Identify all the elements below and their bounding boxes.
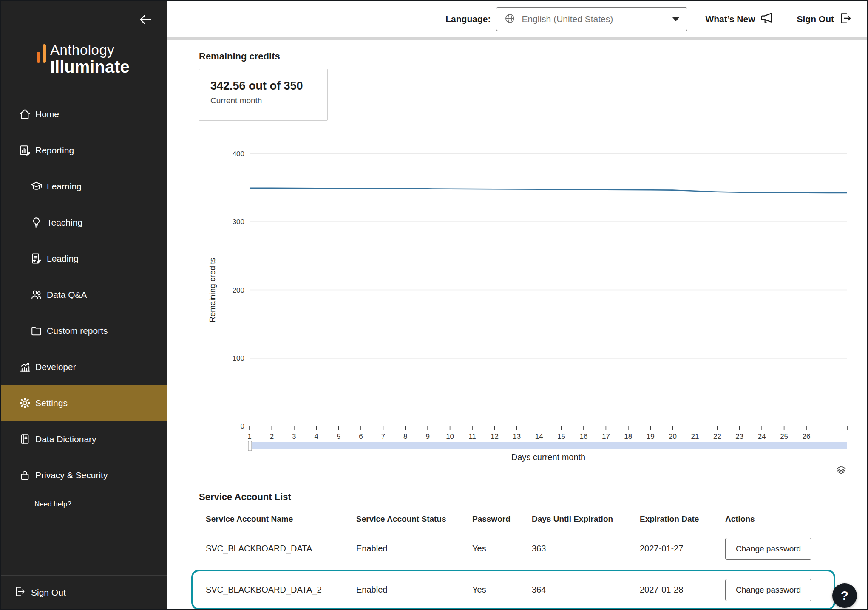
cell-expiration: 2027-01-28 (633, 585, 718, 595)
x-tick-label: 11 (468, 432, 476, 441)
col-days-until-expiration: Days Until Expiration (525, 514, 633, 524)
chevron-down-icon (672, 17, 679, 21)
x-tick-label: 26 (803, 432, 811, 441)
cell-status: Enabled (349, 585, 465, 595)
brand-logo: Anthology Illuminate (37, 42, 130, 76)
sidebar-item-learning[interactable]: Learning (1, 168, 167, 204)
cell-days: 364 (525, 585, 633, 595)
topbar: Language: English (United States) What’s… (167, 1, 867, 40)
sidebar-item-label: Learning (47, 181, 82, 192)
help-button[interactable]: ? (832, 583, 857, 608)
cell-name: SVC_BLACKBOARD_DATA (199, 544, 349, 554)
sidebar-sign-out-label: Sign Out (31, 587, 66, 598)
col-service-account-name: Service Account Name (199, 514, 349, 524)
x-tick-label: 4 (314, 432, 318, 441)
change-password-button[interactable]: Change password (725, 538, 811, 560)
growth-chart-icon (18, 361, 31, 373)
sidebar-item-label: Home (35, 109, 59, 119)
col-password: Password (465, 514, 525, 524)
language-label: Language: (445, 14, 491, 24)
sidebar-item-label: Data Q&A (47, 290, 87, 300)
x-tick-label: 10 (446, 432, 454, 441)
chart-range-handle[interactable] (248, 441, 252, 451)
credits-line-series (250, 188, 847, 193)
x-tick-label: 7 (381, 432, 385, 441)
collapse-sidebar-button[interactable] (138, 12, 153, 28)
x-tick-label: 22 (713, 432, 721, 441)
x-tick-label: 6 (359, 432, 363, 441)
sidebar-item-label: Leading (47, 254, 79, 264)
x-tick-label: 12 (491, 432, 499, 441)
sidebar-nav: Home Reporting Learning Teaching Leading… (1, 93, 167, 508)
sidebar-item-data-dictionary[interactable]: Data Dictionary (1, 421, 167, 457)
table-row: SVC_BLACKBOARD_DATA Enabled Yes 363 2027… (199, 528, 847, 569)
reporting-icon (18, 144, 31, 157)
cell-days: 363 (525, 544, 633, 554)
topbar-sign-out[interactable]: Sign Out (797, 11, 852, 27)
x-tick-label: 16 (580, 432, 588, 441)
x-tick-label: 19 (647, 432, 655, 441)
x-tick-label: 23 (735, 432, 743, 441)
sidebar-item-leading[interactable]: Leading (1, 240, 167, 277)
main-area: Language: English (United States) What’s… (167, 1, 867, 609)
whats-new-link[interactable]: What’s New (705, 11, 773, 27)
y-tick-label: 100 (233, 354, 244, 362)
cell-status: Enabled (349, 544, 465, 554)
sign-out-icon (838, 11, 852, 27)
remaining-credits-title: Remaining credits (199, 51, 867, 62)
x-tick-label: 9 (425, 432, 429, 441)
x-tick-label: 17 (602, 432, 610, 441)
table-header-row: Service Account Name Service Account Sta… (199, 510, 847, 528)
x-tick-label: 25 (780, 432, 788, 441)
sign-out-icon (13, 585, 26, 599)
x-tick-label: 13 (513, 432, 521, 441)
change-password-button[interactable]: Change password (725, 579, 811, 601)
sidebar-item-developer[interactable]: Developer (1, 349, 167, 385)
y-axis-label: Remaining credits (208, 258, 217, 322)
credits-summary-card: 342.56 out of 350 Current month (199, 69, 328, 121)
sidebar-sign-out[interactable]: Sign Out (1, 575, 167, 609)
layers-icon[interactable] (837, 466, 845, 474)
cell-password: Yes (465, 585, 525, 595)
sidebar-item-label: Data Dictionary (35, 434, 96, 444)
x-tick-label: 5 (337, 432, 340, 441)
credits-line-chart: 0100200300400123456789101112131415161718… (199, 148, 849, 486)
chart-range-slider[interactable] (250, 442, 847, 449)
sidebar-item-data-qa[interactable]: Data Q&A (1, 277, 167, 313)
sidebar-item-label: Developer (35, 362, 76, 372)
notebook-icon (18, 433, 31, 446)
x-tick-label: 8 (403, 432, 407, 441)
home-icon (18, 108, 31, 121)
sidebar-item-settings[interactable]: Settings (1, 385, 167, 421)
sidebar-item-label: Privacy & Security (35, 470, 108, 480)
x-tick-label: 18 (624, 432, 632, 441)
language-selected-value: English (United States) (522, 14, 667, 24)
globe-icon (504, 13, 516, 26)
graduation-cap-icon (30, 180, 43, 193)
sidebar-item-privacy-security[interactable]: Privacy & Security (1, 457, 167, 493)
y-tick-label: 400 (233, 150, 244, 158)
sidebar-item-reporting[interactable]: Reporting (1, 132, 167, 168)
col-service-account-status: Service Account Status (349, 514, 465, 524)
anthology-logo-icon (37, 42, 46, 65)
brand-name-line1: Anthology (50, 42, 130, 58)
credits-value: 342.56 out of 350 (210, 79, 316, 93)
megaphone-icon (760, 11, 773, 27)
topbar-sign-out-label: Sign Out (797, 14, 834, 24)
page-content: Remaining credits 342.56 out of 350 Curr… (167, 40, 867, 609)
service-account-list-title: Service Account List (199, 491, 867, 503)
y-tick-label: 0 (241, 422, 244, 430)
sidebar: Anthology Illuminate Home Reporting Lear… (1, 1, 167, 609)
language-dropdown[interactable]: English (United States) (496, 7, 687, 31)
sidebar-item-teaching[interactable]: Teaching (1, 204, 167, 240)
table-row-highlighted: SVC_BLACKBOARD_DATA_2 Enabled Yes 364 20… (199, 569, 847, 609)
folder-icon (30, 325, 43, 337)
sidebar-item-label: Reporting (35, 145, 74, 155)
sidebar-item-home[interactable]: Home (1, 96, 167, 132)
people-icon (30, 288, 43, 301)
cell-expiration: 2027-01-27 (633, 544, 718, 554)
x-tick-label: 20 (669, 432, 677, 441)
sidebar-item-custom-reports[interactable]: Custom reports (1, 313, 167, 349)
x-tick-label: 3 (292, 432, 296, 441)
need-help-link[interactable]: Need help? (34, 500, 71, 508)
